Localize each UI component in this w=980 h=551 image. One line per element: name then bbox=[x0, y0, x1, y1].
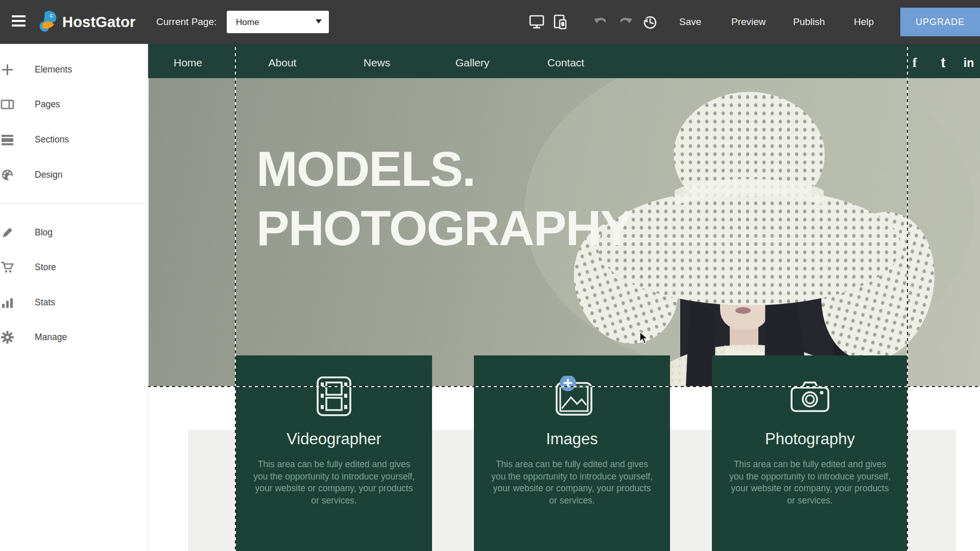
card-photography[interactable]: Photography This area can be fully edite… bbox=[712, 355, 908, 551]
sidebar-item-store[interactable]: Store bbox=[0, 257, 148, 277]
linkedin-icon[interactable]: in bbox=[964, 44, 974, 82]
card-body: This area can be fully edited and gives … bbox=[252, 459, 416, 507]
stacked-sections-icon bbox=[1, 133, 14, 147]
sidebar-item-elements[interactable]: Elements bbox=[0, 59, 148, 80]
save-button[interactable]: Save bbox=[679, 0, 701, 44]
card-title: Photography bbox=[712, 430, 908, 448]
camera-icon bbox=[789, 380, 831, 414]
twitter-icon[interactable]: t bbox=[941, 44, 946, 82]
gear-icon bbox=[1, 330, 14, 344]
pencil-icon bbox=[1, 226, 14, 239]
mobile-view-icon[interactable] bbox=[552, 14, 568, 30]
editor-sidebar: Elements Pages Sections Design Blog Stor… bbox=[0, 44, 148, 551]
sidebar-item-stats[interactable]: Stats bbox=[0, 292, 148, 313]
film-icon bbox=[316, 376, 352, 417]
sidebar-item-manage[interactable]: Manage bbox=[0, 327, 148, 347]
hero-title-line1: MODELS. bbox=[256, 139, 632, 199]
redo-icon[interactable] bbox=[618, 14, 633, 29]
sidebar-divider bbox=[0, 203, 148, 204]
publish-button[interactable]: Publish bbox=[793, 0, 825, 44]
image-add-icon bbox=[552, 376, 596, 418]
upgrade-button[interactable]: UPGRADE bbox=[900, 8, 980, 36]
help-button[interactable]: Help bbox=[854, 0, 874, 44]
palette-icon bbox=[1, 168, 14, 182]
sidebar-item-design[interactable]: Design bbox=[0, 164, 148, 185]
current-page-label: Current Page: bbox=[156, 0, 217, 44]
menu-icon[interactable] bbox=[12, 15, 26, 29]
page-layout-icon bbox=[1, 98, 14, 111]
facebook-icon[interactable]: f bbox=[913, 44, 917, 82]
current-page-dropdown[interactable]: Home bbox=[227, 11, 329, 33]
history-icon[interactable] bbox=[642, 14, 658, 31]
current-page-select[interactable]: Home bbox=[227, 11, 329, 33]
site-nav-news[interactable]: News bbox=[364, 44, 391, 82]
hero-title-line2: PHOTOGRAPHY bbox=[256, 199, 632, 258]
card-title: Videographer bbox=[236, 430, 432, 448]
card-body: This area can be fully edited and gives … bbox=[728, 459, 892, 507]
card-title: Images bbox=[474, 430, 670, 448]
sidebar-item-blog[interactable]: Blog bbox=[0, 222, 148, 243]
preview-button[interactable]: Preview bbox=[731, 0, 766, 44]
site-nav-about[interactable]: About bbox=[269, 44, 297, 82]
card-images[interactable]: Images This area can be fully edited and… bbox=[474, 355, 670, 551]
plus-icon bbox=[1, 63, 14, 77]
undo-icon[interactable] bbox=[593, 14, 608, 29]
site-nav-contact[interactable]: Contact bbox=[547, 44, 584, 82]
site-navbar: Home About News Gallery Contact f t in bbox=[148, 44, 980, 78]
brand-name: HostGator bbox=[62, 0, 136, 44]
card-videographer[interactable]: Videographer This area can be fully edit… bbox=[236, 355, 432, 551]
site-preview-canvas: Home About News Gallery Contact f t in bbox=[148, 44, 980, 551]
hostgator-logo-icon bbox=[38, 10, 60, 34]
card-body: This area can be fully edited and gives … bbox=[490, 459, 654, 507]
site-nav-gallery[interactable]: Gallery bbox=[456, 44, 490, 82]
sidebar-item-sections[interactable]: Sections bbox=[0, 129, 148, 150]
sidebar-item-pages[interactable]: Pages bbox=[0, 94, 148, 114]
editor-toolbar: HostGator Current Page: Home Save Previe… bbox=[0, 0, 980, 44]
cart-icon bbox=[1, 260, 14, 274]
desktop-view-icon[interactable] bbox=[529, 14, 544, 30]
hero-title[interactable]: MODELS. PHOTOGRAPHY bbox=[256, 139, 632, 258]
bar-chart-icon bbox=[1, 296, 14, 309]
site-nav-home[interactable]: Home bbox=[174, 44, 202, 82]
